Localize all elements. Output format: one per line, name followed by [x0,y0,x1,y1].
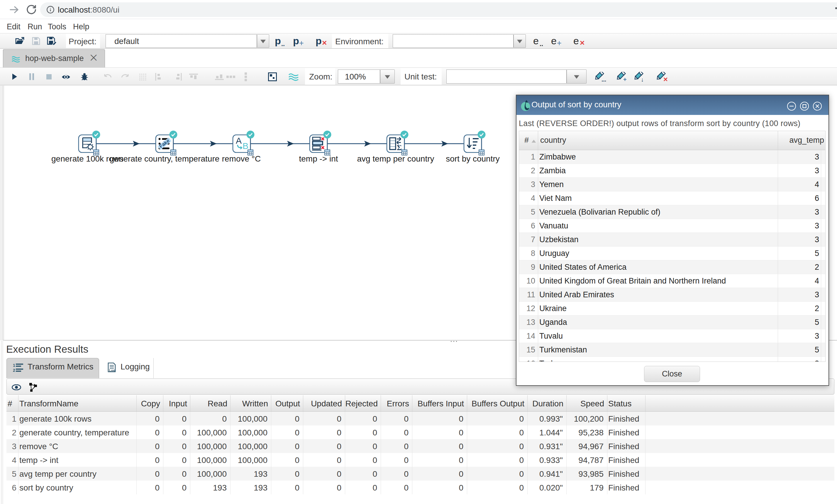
svg-text:Log: Log [109,368,115,372]
svg-text:✕: ✕ [663,76,667,83]
svg-text:↓: ↓ [641,76,644,83]
svg-text:A: A [236,136,242,145]
svg-text:2: 2 [13,368,15,372]
svg-text:...: ... [602,76,606,83]
svg-text:Σ: Σ [397,143,402,152]
svg-text:1: 1 [13,363,15,368]
svg-text:+: + [623,76,627,83]
svg-text:B: B [243,141,248,151]
